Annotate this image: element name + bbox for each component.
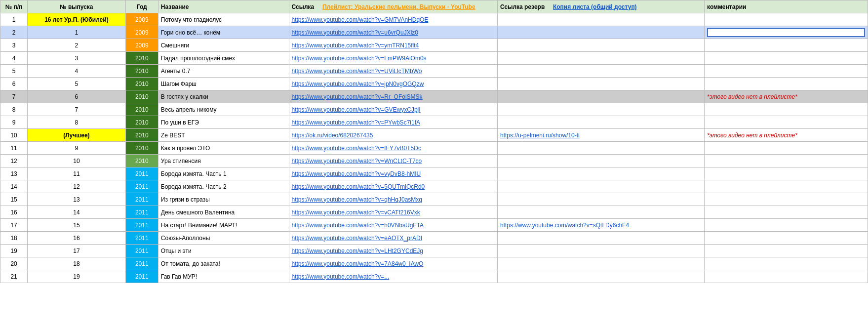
- cell-year: 2011: [125, 167, 158, 180]
- link-anchor[interactable]: https://www.youtube.com/watch?v=fFY7vB0T…: [292, 145, 421, 152]
- link-anchor[interactable]: https://www.youtube.com/watch?v=LHt2GYCd…: [292, 248, 423, 254]
- cell-comment: [705, 142, 868, 155]
- cell-reserve[interactable]: https://www.youtube.com/watch?v=sQtLDy6c…: [498, 219, 705, 232]
- cell-reserve[interactable]: [498, 257, 705, 270]
- cell-reserve[interactable]: [498, 52, 705, 65]
- cell-link[interactable]: https://ok.ru/video/6820267435: [289, 129, 497, 142]
- cell-comment: [705, 232, 868, 245]
- cell-reserve[interactable]: [498, 167, 705, 180]
- cell-comment: [705, 270, 868, 283]
- cell-reserve[interactable]: https://u-pelmeni.ru/show/10-ti: [498, 129, 705, 142]
- table-row: 17152011На старт! Внимание! МАРТ!https:/…: [0, 219, 868, 232]
- cell-link[interactable]: https://www.youtube.com/watch?v=...: [289, 270, 497, 283]
- cell-reserve[interactable]: [498, 90, 705, 103]
- cell-num: 12: [0, 155, 28, 167]
- copy-link[interactable]: Копия листа (общий доступ): [553, 3, 637, 10]
- cell-link[interactable]: https://www.youtube.com/watch?v=vCATf216…: [289, 206, 497, 219]
- cell-reserve[interactable]: [498, 232, 705, 245]
- table-row: 12102010Ура стипенсияhttps://www.youtube…: [0, 155, 868, 167]
- cell-reserve[interactable]: [498, 13, 705, 26]
- cell-num: 7: [0, 90, 28, 103]
- cell-reserve[interactable]: [498, 65, 705, 78]
- playlist-link[interactable]: Плейлист: Уральские пельмени. Выпуски - …: [322, 3, 475, 10]
- cell-link[interactable]: https://www.youtube.com/watch?v=h0VNbsUg…: [289, 219, 497, 232]
- cell-year: 2011: [125, 245, 158, 257]
- link-anchor[interactable]: https://www.youtube.com/watch?v=GVEwyxCJ…: [292, 106, 421, 113]
- cell-link[interactable]: https://www.youtube.com/watch?v=WnCLtC-T…: [289, 155, 497, 167]
- cell-issue: 8: [28, 116, 126, 129]
- table-row: 542010Агенты 0.7https://www.youtube.com/…: [0, 65, 868, 78]
- link-anchor[interactable]: https://www.youtube.com/watch?v=u6vrQuJX…: [292, 29, 418, 36]
- cell-link[interactable]: https://www.youtube.com/watch?v=UViLlcTM…: [289, 65, 497, 78]
- link-anchor[interactable]: https://www.youtube.com/watch?v=h0VNbsUg…: [292, 222, 424, 229]
- cell-comment: [705, 103, 868, 116]
- link-anchor[interactable]: https://www.youtube.com/watch?v=eAOTX_pr…: [292, 235, 422, 242]
- comment-input[interactable]: [707, 28, 865, 37]
- cell-link[interactable]: https://www.youtube.com/watch?v=eAOTX_pr…: [289, 232, 497, 245]
- cell-num: 10: [0, 129, 28, 142]
- link-anchor[interactable]: https://www.youtube.com/watch?v=Rr_OFolS…: [292, 93, 423, 100]
- cell-issue: 16: [28, 232, 126, 245]
- cell-issue: 3: [28, 52, 126, 65]
- cell-reserve[interactable]: [498, 193, 705, 206]
- cell-reserve[interactable]: [498, 116, 705, 129]
- link-anchor[interactable]: https://www.youtube.com/watch?v=...: [292, 273, 390, 280]
- header-link: Ссылка Плейлист: Уральские пельмени. Вып…: [289, 0, 497, 13]
- link-anchor[interactable]: https://www.youtube.com/watch?v=vyDvB8-h…: [292, 170, 421, 177]
- cell-link[interactable]: https://www.youtube.com/watch?v=ymTRN15f…: [289, 39, 497, 52]
- link-anchor[interactable]: https://www.youtube.com/watch?v=WnCLtC-T…: [292, 158, 422, 165]
- cell-comment: [705, 116, 868, 129]
- cell-year: 2011: [125, 270, 158, 283]
- cell-issue: 13: [28, 193, 126, 206]
- cell-reserve[interactable]: [498, 26, 705, 39]
- cell-link[interactable]: https://www.youtube.com/watch?v=LmPW9AiO…: [289, 52, 497, 65]
- cell-name: День смешного Валентина: [158, 206, 289, 219]
- cell-link[interactable]: https://www.youtube.com/watch?v=GM7VAnHD…: [289, 13, 497, 26]
- cell-reserve[interactable]: [498, 270, 705, 283]
- cell-link[interactable]: https://www.youtube.com/watch?v=LHt2GYCd…: [289, 245, 497, 257]
- cell-link[interactable]: https://www.youtube.com/watch?v=7A84w0_I…: [289, 257, 497, 270]
- reserve-anchor[interactable]: https://u-pelmeni.ru/show/10-ti: [500, 132, 580, 139]
- cell-name: Гав Гав МУР!: [158, 270, 289, 283]
- cell-reserve[interactable]: [498, 142, 705, 155]
- cell-name: Гори оно всё… конём: [158, 26, 289, 39]
- cell-link[interactable]: https://www.youtube.com/watch?v=jpN0vgOG…: [289, 78, 497, 90]
- cell-issue: 5: [28, 78, 126, 90]
- cell-reserve[interactable]: [498, 180, 705, 193]
- cell-reserve[interactable]: [498, 103, 705, 116]
- cell-reserve[interactable]: [498, 245, 705, 257]
- cell-name: Союзы-Аполлоны: [158, 232, 289, 245]
- cell-link[interactable]: https://www.youtube.com/watch?v=u6vrQuJX…: [289, 26, 497, 39]
- table-row: 15132011Из грязи в стразыhttps://www.you…: [0, 193, 868, 206]
- table-row: 762010В гостях у скалкиhttps://www.youtu…: [0, 90, 868, 103]
- cell-issue: 12: [28, 180, 126, 193]
- reserve-anchor[interactable]: https://www.youtube.com/watch?v=sQtLDy6c…: [500, 222, 629, 229]
- link-anchor[interactable]: https://www.youtube.com/watch?v=LmPW9AiO…: [292, 55, 427, 62]
- link-anchor[interactable]: https://www.youtube.com/watch?v=5QUTmiQc…: [292, 183, 425, 190]
- link-anchor[interactable]: https://www.youtube.com/watch?v=vCATf216…: [292, 209, 420, 216]
- cell-name: На старт! Внимание! МАРТ!: [158, 219, 289, 232]
- link-anchor[interactable]: https://www.youtube.com/watch?v=UViLlcTM…: [292, 68, 422, 75]
- cell-link[interactable]: https://www.youtube.com/watch?v=Rr_OFolS…: [289, 90, 497, 103]
- cell-comment[interactable]: [705, 26, 868, 39]
- cell-reserve[interactable]: [498, 78, 705, 90]
- cell-reserve[interactable]: [498, 155, 705, 167]
- link-anchor[interactable]: https://www.youtube.com/watch?v=PYwbSc7i…: [292, 119, 420, 126]
- link-anchor[interactable]: https://www.youtube.com/watch?v=qhHqJ0as…: [292, 196, 422, 203]
- link-anchor[interactable]: https://www.youtube.com/watch?v=ymTRN15f…: [292, 42, 419, 49]
- cell-link[interactable]: https://www.youtube.com/watch?v=GVEwyxCJ…: [289, 103, 497, 116]
- cell-issue: 18: [28, 257, 126, 270]
- cell-link[interactable]: https://www.youtube.com/watch?v=fFY7vB0T…: [289, 142, 497, 155]
- link-anchor[interactable]: https://www.youtube.com/watch?v=GM7VAnHD…: [292, 16, 429, 23]
- link-anchor[interactable]: https://www.youtube.com/watch?v=jpN0vgOG…: [292, 81, 424, 87]
- cell-link[interactable]: https://www.youtube.com/watch?v=qhHqJ0as…: [289, 193, 497, 206]
- cell-link[interactable]: https://www.youtube.com/watch?v=PYwbSc7i…: [289, 116, 497, 129]
- cell-comment: [705, 257, 868, 270]
- link-anchor[interactable]: https://ok.ru/video/6820267435: [292, 132, 373, 139]
- link-anchor[interactable]: https://www.youtube.com/watch?v=7A84w0_I…: [292, 260, 424, 267]
- cell-link[interactable]: https://www.youtube.com/watch?v=5QUTmiQc…: [289, 180, 497, 193]
- cell-reserve[interactable]: [498, 39, 705, 52]
- cell-link[interactable]: https://www.youtube.com/watch?v=vyDvB8-h…: [289, 167, 497, 180]
- table-row: 19172011Отцы и этиhttps://www.youtube.co…: [0, 245, 868, 257]
- cell-reserve[interactable]: [498, 206, 705, 219]
